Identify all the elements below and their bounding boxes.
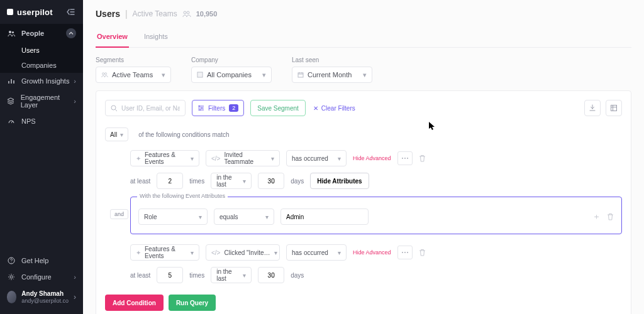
attr-field-select[interactable]: Role▾ (138, 208, 208, 225)
svg-point-5 (187, 11, 189, 14)
calendar-icon (297, 72, 304, 78)
rule1-period-select[interactable]: in the last▾ (211, 173, 252, 189)
rule1-op-select[interactable]: has occurred▾ (286, 150, 347, 166)
rule1-more-button[interactable]: ⋯ (397, 151, 413, 165)
svg-point-11 (199, 106, 200, 107)
clear-filters-button[interactable]: ✕ Clear Filters (313, 105, 355, 112)
and-operator-badge: and (110, 209, 128, 219)
chevron-down-icon: ▾ (243, 178, 246, 185)
chevron-down-icon: ▾ (243, 272, 246, 279)
sidebar-item-engagement[interactable]: Engagement Layer › (0, 89, 83, 113)
add-condition-button[interactable]: Add Condition (105, 295, 164, 311)
sidebar-item-users[interactable]: Users (0, 43, 83, 58)
svg-point-0 (9, 31, 11, 33)
svg-rect-9 (298, 73, 303, 77)
rule1-hide-advanced[interactable]: Hide Advanced (353, 155, 391, 161)
sidebar-item-people[interactable]: People (0, 24, 83, 43)
sidebar-item-configure[interactable]: Configure › (0, 269, 83, 285)
tab-overview[interactable]: Overview (96, 33, 129, 48)
chevron-down-icon: ▾ (363, 71, 367, 79)
rule2-days-input[interactable] (258, 267, 284, 283)
sidebar: userpilot People Users Companies Growth … (0, 0, 83, 314)
event-attributes-box: With the following Event Attributes Role… (130, 197, 622, 234)
rule1-delete[interactable] (419, 154, 426, 162)
sidebar-item-help[interactable]: Get Help (0, 252, 83, 269)
company-select[interactable]: All Companies ▾ (191, 67, 272, 83)
chevron-right-icon: › (74, 97, 76, 105)
svg-point-3 (10, 276, 13, 278)
gear-icon (7, 273, 16, 281)
rule1-days-input[interactable] (258, 173, 284, 189)
sidebar-collapse-button[interactable] (65, 6, 76, 18)
profile-menu[interactable]: Andy Shamah andy@userpilot.co › (0, 285, 83, 309)
rule2-op-select[interactable]: has occurred▾ (286, 244, 347, 261)
attr-value-input[interactable] (280, 208, 369, 225)
svg-point-12 (201, 107, 203, 109)
sliders-icon (197, 105, 204, 111)
chevron-down-icon: ▾ (162, 71, 165, 79)
code-icon: </> (211, 155, 220, 162)
chevron-up-icon (66, 28, 76, 38)
atleast-label: at least (130, 178, 150, 185)
sidebar-item-growth[interactable]: Growth Insights › (0, 73, 83, 89)
rule2-category-select[interactable]: ✦Features & Events▾ (130, 244, 199, 261)
hide-attributes-button[interactable]: Hide Attributes (310, 173, 369, 189)
trash-icon (419, 249, 426, 256)
attr-op-select[interactable]: equals▾ (214, 208, 274, 225)
columns-button[interactable] (606, 100, 622, 116)
help-icon (7, 257, 16, 264)
search-input-wrapper[interactable] (105, 100, 186, 116)
sidebar-item-nps[interactable]: NPS (0, 113, 83, 129)
chevron-down-icon: ▾ (199, 214, 202, 220)
layers-icon (7, 97, 15, 105)
run-query-button[interactable]: Run Query (169, 295, 216, 311)
rule2-event-select[interactable]: </>Clicked "Invite Teammat...▾ (206, 244, 280, 261)
svg-point-1 (12, 31, 14, 33)
conditions-match-text: of the following conditions match (138, 131, 230, 138)
save-segment-button[interactable]: Save Segment (250, 100, 306, 116)
download-button[interactable] (584, 100, 601, 116)
rule2-period-select[interactable]: in the last▾ (211, 267, 252, 283)
filters-button[interactable]: Filters 2 (192, 100, 244, 116)
match-all-select[interactable]: All▾ (105, 127, 128, 141)
team-icon (101, 72, 108, 78)
sidebar-item-companies[interactable]: Companies (0, 58, 83, 73)
avatar (7, 291, 16, 303)
rule1-category-select[interactable]: ✦Features & Events▾ (130, 150, 199, 166)
profile-name: Andy Shamah (21, 290, 69, 298)
attr-add-button[interactable]: ＋ (592, 211, 601, 222)
rule2-hide-advanced[interactable]: Hide Advanced (353, 249, 391, 256)
times-label: times (189, 178, 204, 185)
columns-icon (610, 104, 618, 112)
people-icon (7, 30, 16, 37)
svg-point-7 (105, 73, 107, 75)
sparkle-icon: ✦ (136, 249, 141, 256)
chevron-down-icon: ▾ (271, 155, 274, 162)
chevron-right-icon: › (74, 77, 76, 85)
rule2-delete[interactable] (419, 249, 426, 256)
filters-count-badge: 2 (229, 104, 238, 112)
chevron-down-icon: ▾ (274, 249, 277, 256)
hamburger-chevron-icon (66, 8, 75, 16)
search-input[interactable] (121, 105, 180, 112)
tab-insights[interactable]: Insights (143, 33, 169, 47)
download-icon (589, 104, 596, 112)
lastseen-label: Last seen (292, 57, 372, 63)
bar-chart-icon (7, 77, 16, 85)
chevron-down-icon: ▾ (265, 214, 269, 220)
rule2-count-input[interactable] (157, 267, 183, 283)
lastseen-select[interactable]: Current Month ▾ (292, 67, 372, 83)
code-icon: </> (211, 249, 220, 256)
gauge-icon (7, 117, 16, 125)
company-label: Company (191, 57, 272, 63)
svg-point-10 (111, 106, 116, 110)
chevron-right-icon: › (74, 293, 76, 301)
svg-point-13 (199, 109, 201, 111)
rule1-event-select[interactable]: </>Invited Teammate▾ (206, 150, 280, 166)
segments-select[interactable]: Active Teams ▾ (96, 67, 171, 83)
attr-delete-button[interactable] (607, 213, 614, 220)
svg-point-6 (103, 73, 104, 75)
rule2-more-button[interactable]: ⋯ (397, 246, 413, 259)
chevron-down-icon: ▾ (120, 131, 123, 138)
rule1-count-input[interactable] (157, 173, 183, 189)
